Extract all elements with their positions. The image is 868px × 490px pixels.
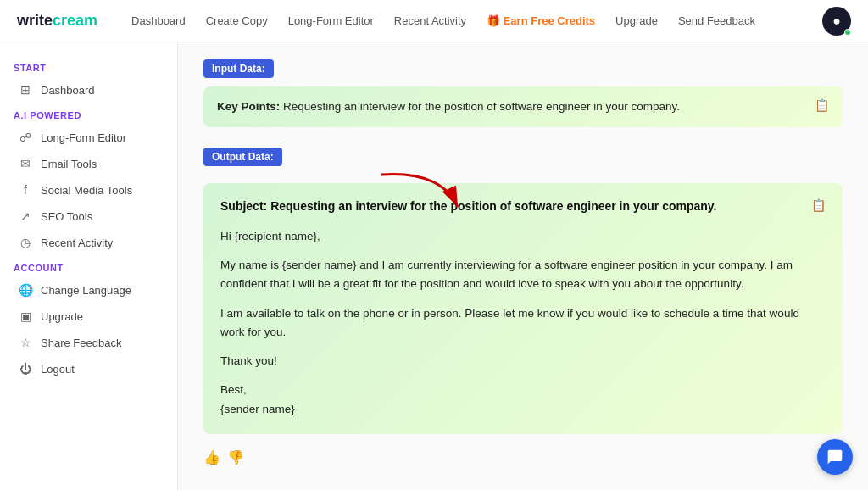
nav-upgrade[interactable]: Upgrade (615, 14, 658, 27)
nav-send-feedback[interactable]: Send Feedback (678, 14, 755, 27)
logo-write: write (17, 12, 53, 29)
nav-long-form-editor[interactable]: Long-Form Editor (288, 14, 374, 27)
key-points-label: Key Points: (217, 100, 280, 113)
star-icon: ☆ (19, 336, 32, 349)
input-data-card: Key Points: Requesting an interview for … (203, 86, 843, 127)
logo-cream: cream (53, 12, 97, 29)
facebook-icon: f (19, 183, 32, 197)
content-area: Input Data: Key Points: Requesting an in… (178, 42, 868, 490)
sidebar-label-social-tools: Social Media Tools (41, 184, 132, 197)
logout-icon: ⏻ (19, 362, 32, 376)
sidebar-item-long-form[interactable]: ☍ Long-Form Editor (5, 125, 172, 150)
upgrade-icon: ▣ (19, 309, 32, 323)
output-paragraph-1: My name is {sender name} and I am curren… (220, 256, 826, 294)
nav-links: Dashboard Create Copy Long-Form Editor R… (131, 14, 822, 27)
nav-dashboard[interactable]: Dashboard (131, 14, 186, 27)
output-data-badge: Output Data: (203, 148, 282, 166)
input-card-text: Key Points: Requesting an interview for … (217, 98, 680, 115)
sidebar-label-dashboard: Dashboard (41, 84, 95, 97)
output-greeting: Hi {recipient name}, (220, 227, 826, 246)
sidebar: Start ⊞ Dashboard A.I Powered ☍ Long-For… (0, 42, 178, 490)
sidebar-label-language: Change Language (41, 284, 131, 297)
sidebar-label-recent-activity: Recent Activity (41, 237, 113, 249)
nav-recent-activity[interactable]: Recent Activity (394, 14, 466, 27)
sidebar-label-seo-tools: SEO Tools (41, 210, 92, 223)
nav-create-copy[interactable]: Create Copy (206, 14, 268, 27)
output-thanks: Thank you! (220, 352, 826, 370)
online-indicator (844, 29, 851, 36)
sidebar-label-logout: Logout (41, 363, 75, 376)
sidebar-item-recent-activity[interactable]: ◷ Recent Activity (5, 230, 172, 255)
red-arrow-indicator (373, 166, 475, 217)
subject-label: Subject: (220, 199, 267, 213)
chat-icon (826, 448, 843, 465)
main-layout: Start ⊞ Dashboard A.I Powered ☍ Long-For… (0, 42, 868, 490)
sidebar-item-upgrade[interactable]: ▣ Upgrade (5, 303, 172, 329)
sidebar-item-dashboard[interactable]: ⊞ Dashboard (5, 77, 172, 103)
output-paragraph-2: I am available to talk on the phone or i… (220, 304, 826, 342)
output-data-section: Output Data: Subject: Requesting (203, 148, 843, 469)
sidebar-section-ai: A.I Powered (0, 103, 177, 124)
trend-icon: ↗ (19, 209, 32, 223)
output-sign-off: Best,{sender name} (220, 381, 826, 419)
sidebar-item-email-tools[interactable]: ✉ Email Tools (5, 151, 172, 176)
globe-icon: 🌐 (19, 283, 32, 297)
sidebar-label-email-tools: Email Tools (41, 158, 97, 170)
input-data-section: Input Data: Key Points: Requesting an in… (203, 59, 843, 127)
copy-output-icon[interactable]: 📋 (811, 198, 826, 212)
subject-value: Requesting an interview for the position… (270, 199, 716, 213)
user-avatar[interactable]: ● (822, 7, 851, 36)
output-body: Hi {recipient name}, My name is {sender … (220, 227, 826, 419)
copy-input-icon[interactable]: 📋 (815, 98, 829, 112)
chat-widget[interactable] (817, 439, 853, 475)
sidebar-item-social-tools[interactable]: f Social Media Tools (5, 177, 172, 203)
input-data-badge: Input Data: (203, 59, 274, 78)
top-navigation: writecream Dashboard Create Copy Long-Fo… (0, 0, 868, 42)
sidebar-section-account: Account (0, 256, 177, 276)
output-data-card: Subject: Requesting an interview for the… (203, 183, 843, 434)
clock-icon: ◷ (19, 236, 32, 249)
sidebar-label-share-feedback: Share Feedback (41, 337, 121, 349)
sidebar-label-upgrade: Upgrade (41, 310, 83, 323)
sidebar-item-share-feedback[interactable]: ☆ Share Feedback (5, 330, 172, 355)
sidebar-item-logout[interactable]: ⏻ Logout (5, 356, 172, 381)
sidebar-item-seo-tools[interactable]: ↗ SEO Tools (5, 203, 172, 229)
key-points-value: Requesting an interview for the position… (283, 100, 680, 113)
logo[interactable]: writecream (17, 12, 97, 30)
sidebar-item-language[interactable]: 🌐 Change Language (5, 277, 172, 303)
sidebar-label-long-form: Long-Form Editor (41, 131, 126, 144)
sidebar-section-start: Start (0, 56, 177, 76)
thumbs-up-icon[interactable]: 👍 (203, 449, 220, 465)
thumbs-down-icon[interactable]: 👎 (227, 449, 244, 465)
grid-icon: ⊞ (19, 83, 32, 97)
feedback-row: 👍 👎 (203, 446, 843, 469)
nav-earn-credits[interactable]: 🎁 Earn Free Credits (487, 14, 595, 27)
output-subject: Subject: Requesting an interview for the… (220, 198, 803, 215)
mail-icon: ✉ (19, 157, 32, 170)
output-card-header: Subject: Requesting an interview for the… (220, 198, 826, 215)
doc-icon: ☍ (19, 131, 32, 144)
